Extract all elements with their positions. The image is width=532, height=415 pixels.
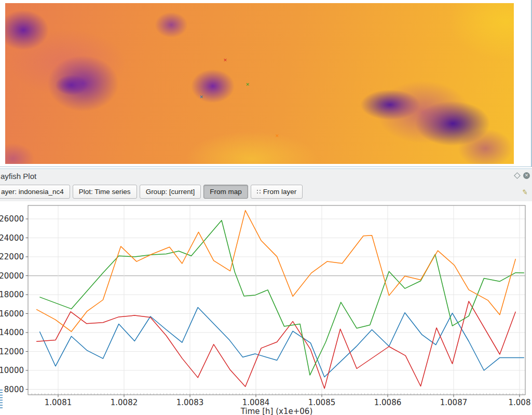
svg-text:18000: 18000 [0, 290, 24, 299]
svg-text:12000: 12000 [0, 347, 24, 356]
time-series-plot[interactable]: 1.00811.00821.00831.00841.00851.00861.00… [0, 201, 532, 415]
svg-text:1.0085: 1.0085 [308, 398, 336, 407]
svg-text:1.0086: 1.0086 [374, 398, 402, 407]
panel-divider [0, 169, 532, 169]
group-select-label: Group: [current] [146, 188, 195, 196]
group-select-button[interactable]: Group: [current] [140, 185, 201, 199]
application-window: ✕✕✕✕ ayfish Plot ✕ ayer: indonesia_nc4 P… [0, 0, 532, 415]
svg-text:1.0082: 1.0082 [111, 398, 138, 407]
svg-text:10000: 10000 [0, 366, 24, 375]
close-panel-icon[interactable]: ✕ [523, 172, 530, 179]
svg-text:14000: 14000 [0, 328, 24, 337]
time-series-figure[interactable]: 1.00811.00821.00831.00841.00851.00861.00… [0, 201, 532, 415]
svg-text:26000: 26000 [0, 214, 24, 224]
svg-text:8000: 8000 [4, 385, 24, 394]
svg-text:16000: 16000 [0, 309, 24, 319]
svg-text:1.0087: 1.0087 [440, 398, 468, 407]
map-canvas[interactable]: ✕✕✕✕ [0, 0, 532, 167]
layer-select-label: ayer: indonesia_nc4 [1, 188, 64, 196]
plot-type-button[interactable]: Plot: Time series [73, 185, 137, 199]
from-map-label: From map [210, 188, 242, 196]
from-layer-label: From layer [263, 188, 297, 196]
panel-title: ayfish Plot [1, 172, 36, 181]
plot-type-label: Plot: Time series [79, 188, 131, 196]
y-axis-label-clipped: |||||||| [0, 279, 3, 414]
svg-text:24000: 24000 [0, 233, 24, 243]
svg-text:22000: 22000 [0, 252, 24, 261]
svg-text:1.008: 1.008 [509, 398, 531, 407]
panel-titlebar: ayfish Plot ✕ [0, 170, 532, 182]
from-map-toggle-button[interactable]: From map [203, 185, 248, 199]
layer-select-button[interactable]: ayer: indonesia_nc4 [0, 185, 70, 199]
svg-text:1.0083: 1.0083 [176, 398, 204, 407]
float-panel-icon[interactable] [514, 172, 521, 179]
svg-text:1.0084: 1.0084 [242, 398, 270, 407]
svg-text:1.0081: 1.0081 [45, 398, 72, 407]
mesh-raster-layer[interactable] [5, 3, 514, 164]
from-layer-toggle-button[interactable]: From layer [251, 185, 303, 199]
picker-dots-icon [257, 190, 261, 193]
plot-toolbar: ayer: indonesia_nc4 Plot: Time series Gr… [0, 185, 303, 199]
svg-text:Time [h] (x1e+06): Time [h] (x1e+06) [240, 407, 312, 415]
svg-text:20000: 20000 [0, 271, 24, 281]
edit-pencil-icon[interactable]: ✎ [522, 188, 528, 197]
crayfish-plot-panel: ayfish Plot ✕ ayer: indonesia_nc4 Plot: … [0, 170, 532, 415]
